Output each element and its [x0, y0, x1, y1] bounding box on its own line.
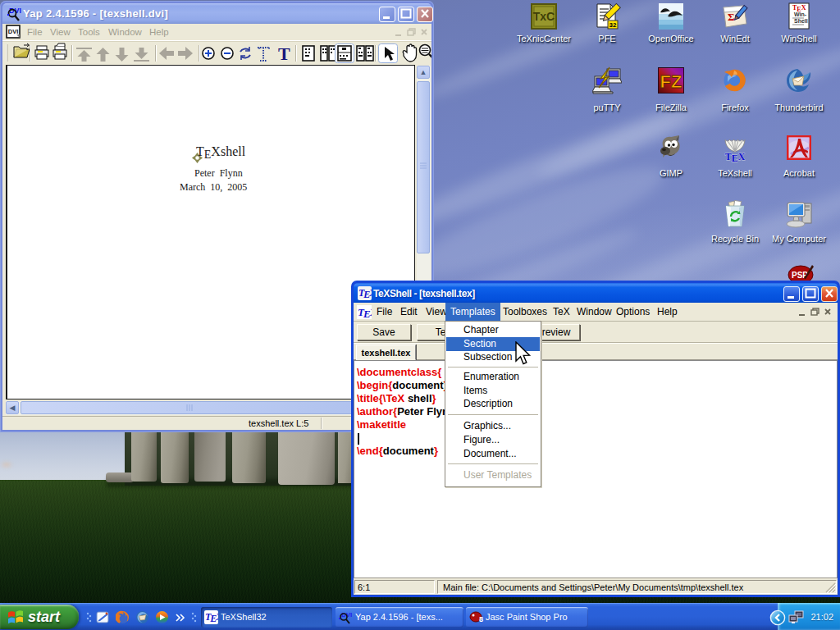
svg-text:TEX: TEX [358, 287, 372, 300]
svg-text:8: 8 [479, 615, 483, 623]
svg-text:Win-: Win- [794, 11, 807, 17]
svg-text:TEX: TEX [725, 151, 746, 162]
svg-text:DVI: DVI [8, 28, 19, 35]
svg-text:TEX: TEX [358, 306, 372, 319]
svg-text:TEX: TEX [205, 611, 218, 624]
svg-text:Σ: Σ [728, 11, 735, 23]
svg-text:TxC: TxC [533, 10, 555, 23]
svg-text:T: T [278, 43, 290, 64]
svg-text:Shell: Shell [794, 18, 808, 24]
svg-text:32: 32 [609, 21, 617, 29]
svg-text:FZ: FZ [660, 71, 682, 92]
